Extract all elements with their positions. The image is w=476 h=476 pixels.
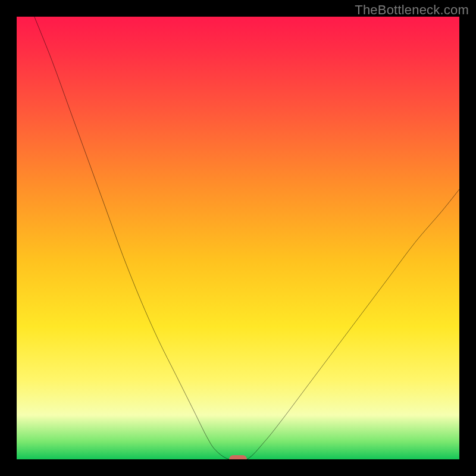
- chart-frame: TheBottleneck.com: [0, 0, 476, 476]
- bottleneck-curve: [17, 17, 459, 459]
- plot-area: [17, 17, 459, 459]
- watermark-text: TheBottleneck.com: [355, 2, 469, 18]
- optimal-marker: [229, 455, 247, 459]
